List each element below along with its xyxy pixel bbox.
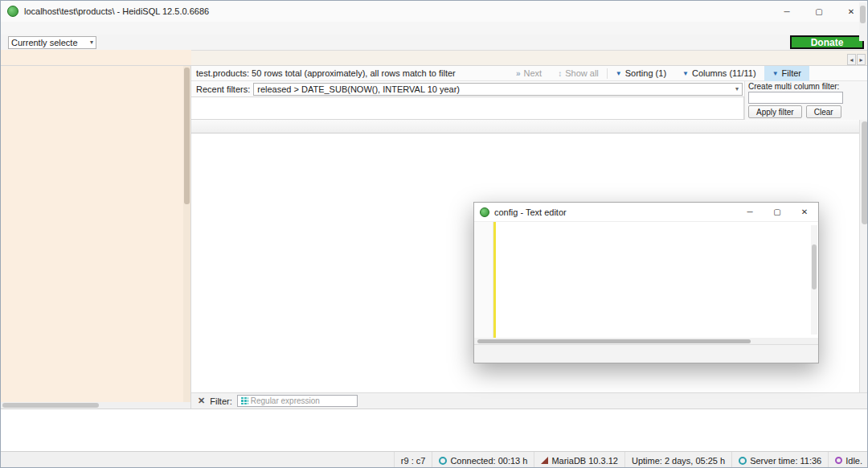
run-target-select[interactable]: Currently selecte ▾ [8, 36, 96, 49]
grid-scrollbar[interactable] [859, 120, 868, 392]
recent-filter-value: released > DATE_SUB(NOW(), INTERVAL 10 y… [257, 84, 460, 94]
show-all-button[interactable]: ↕Show all [550, 66, 607, 81]
dialog-title: config - Text editor [494, 207, 567, 217]
status-bar: r9 : c7 Connected: 00:13 h MariaDB 10.3.… [1, 451, 868, 468]
apply-filter-button[interactable]: Apply filter [748, 105, 802, 118]
app-logo-icon [7, 6, 18, 17]
session-icon [240, 397, 248, 404]
maximize-button[interactable]: ▢ [803, 1, 835, 22]
title-bar: localhost\test\products\ - HeidiSQL 12.5… [1, 1, 867, 22]
clock-icon [739, 457, 747, 465]
mariadb-icon [541, 457, 548, 464]
recent-filters-select[interactable]: released > DATE_SUB(NOW(), INTERVAL 10 y… [253, 83, 743, 96]
chevron-down-icon: ▾ [735, 85, 739, 92]
dialog-close-button[interactable]: ✕ [791, 203, 818, 221]
menu-bar [1, 22, 867, 35]
filter-button[interactable]: ▼Filter [764, 66, 809, 81]
line-numbers [474, 222, 493, 338]
idle-icon [835, 457, 842, 464]
minimize-button[interactable]: ─ [771, 1, 803, 22]
server-time: Server time: 11:36 [731, 452, 828, 468]
server-uptime: Uptime: 2 days, 05:25 h [624, 452, 731, 468]
rowcount-status: test.products: 50 rows total (approximat… [191, 68, 508, 78]
dialog-maximize-button[interactable]: ▢ [764, 203, 791, 221]
main-tabs [191, 50, 845, 65]
tree-hscrollbar[interactable] [1, 402, 190, 408]
dialog-title-bar: config - Text editor ─ ▢ ✕ [474, 203, 818, 222]
server-version: MariaDB 10.3.12 [534, 452, 624, 468]
show-all-icon: ↕ [558, 69, 562, 78]
filter-sql-editor[interactable] [191, 96, 744, 120]
quick-filter-input[interactable] [251, 396, 347, 405]
connection-time: Connected: 00:13 h [432, 452, 534, 468]
tab-scroll: ◂ ▸ [845, 54, 867, 65]
editor-hscrollbar[interactable] [474, 338, 818, 344]
recent-filters-bar: Recent filters: released > DATE_SUB(NOW(… [191, 81, 744, 96]
donate-button[interactable]: Donate [790, 35, 864, 49]
database-tree [1, 66, 191, 408]
text-editor-dialog: config - Text editor ─ ▢ ✕ [473, 202, 819, 363]
session-tabs [1, 50, 191, 65]
dialog-minimize-button[interactable]: ─ [736, 203, 764, 221]
editor-vscrollbar[interactable] [811, 225, 817, 335]
clock-icon [439, 457, 447, 465]
tab-scroll-right-button[interactable]: ▸ [857, 54, 866, 65]
multi-filter-input[interactable] [748, 92, 843, 104]
tree-scrollbar[interactable] [183, 66, 190, 408]
log-scrollbar[interactable] [859, 2, 866, 41]
recent-filters-label: Recent filters: [191, 84, 253, 94]
columns-dropdown-icon: ▼ [682, 70, 689, 77]
sorting-button[interactable]: ▼Sorting (1) [608, 66, 674, 81]
editor-toolbar [474, 344, 818, 363]
app-logo-icon [480, 207, 489, 217]
heidisql-window: localhost\test\products\ - HeidiSQL 12.5… [0, 0, 868, 468]
columns-button[interactable]: ▼Columns (11/11) [674, 66, 764, 81]
close-filter-icon[interactable]: ✕ [198, 396, 205, 406]
clear-filter-button[interactable]: Clear [806, 105, 841, 118]
sort-dropdown-icon: ▼ [616, 70, 622, 77]
next-icon: » [516, 69, 521, 78]
sql-log [1, 408, 868, 451]
multi-column-filter-panel: Create multi column filter: Apply filter… [744, 81, 868, 120]
filter-dropdown-icon: ▼ [772, 70, 779, 77]
tab-strip: ◂ ▸ [1, 51, 867, 66]
next-rows-button[interactable]: »Next [508, 66, 550, 81]
multi-filter-label: Create multi column filter: [748, 82, 866, 91]
run-target-value: Currently selecte [11, 38, 78, 47]
quick-filter-bar: ✕ Filter: [191, 392, 868, 408]
idle-state: Idle. [828, 452, 868, 468]
json-editor[interactable] [496, 222, 818, 338]
chevron-down-icon: ▾ [90, 39, 93, 46]
quick-filter-label: Filter: [210, 396, 232, 406]
cursor-position: r9 : c7 [394, 452, 432, 468]
main-toolbar: Currently selecte ▾ Donate [1, 35, 867, 51]
tab-scroll-left-button[interactable]: ◂ [847, 54, 856, 65]
data-toolbar: test.products: 50 rows total (approximat… [191, 66, 868, 81]
window-title: localhost\test\products\ - HeidiSQL 12.5… [24, 6, 209, 16]
grid-header [191, 120, 859, 133]
